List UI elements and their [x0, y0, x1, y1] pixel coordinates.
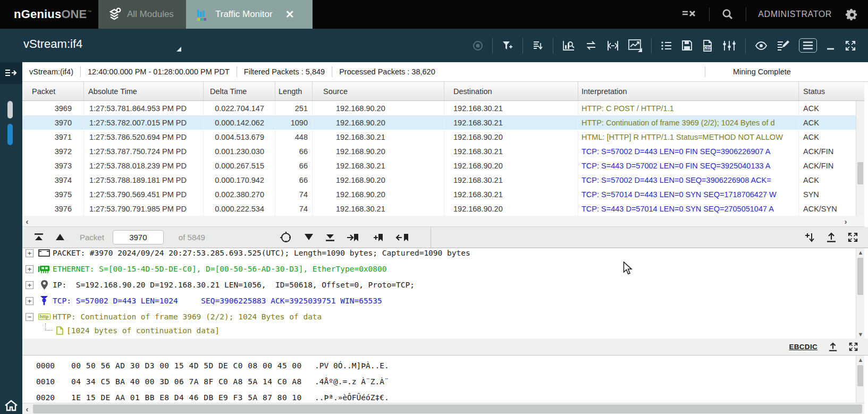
divider	[651, 38, 652, 54]
col-header-delta-time[interactable]: Delta Time	[204, 82, 275, 100]
column-compare-icon[interactable]	[606, 40, 619, 52]
table-row[interactable]: 39751:27:53.790.569.451 PM PD0.002.380.2…	[22, 187, 856, 201]
table-row[interactable]: 39731:27:53.788.018.239 PM PD0.000.267.5…	[22, 158, 856, 173]
divider	[553, 38, 553, 54]
encoding-toggle-link[interactable]: EBCDIC	[789, 343, 818, 351]
hex-hscrollbar[interactable]: ‹	[22, 403, 864, 414]
scroll-up-icon[interactable]: ▲	[856, 248, 865, 257]
view-title[interactable]: vStream:if4	[23, 37, 82, 51]
prev-packet-icon[interactable]	[55, 234, 65, 241]
ethernet-icon	[38, 265, 50, 274]
table-row[interactable]: 39721:27:53.787.750.724 PM PD0.001.230.0…	[22, 144, 856, 158]
goto-mark-icon[interactable]	[347, 233, 359, 242]
hex-row[interactable]: 0000 00 50 56 AD 30 D3 00 15 4D 5D DE C0…	[22, 358, 856, 374]
close-icon[interactable]: ✕	[285, 8, 294, 21]
packet-number-input[interactable]	[113, 230, 164, 244]
collapse-minus-icon[interactable]: −	[26, 313, 33, 321]
sidebar-indicator-blue[interactable]	[7, 124, 13, 145]
tree-line-packet[interactable]: + PACKET: #3970 2024/09/24 20:27:53.285.…	[22, 248, 470, 261]
col-header-packet[interactable]: Packet	[22, 82, 84, 100]
line-chart-icon[interactable]	[628, 39, 642, 52]
packet-list-vscrollbar[interactable]	[856, 101, 864, 216]
hex-row[interactable]: 0020 1E 15 DE AA 01 BB E8 D4 46 DB E9 F3…	[22, 390, 856, 403]
col-header-interpretation[interactable]: Interpretation	[578, 82, 799, 100]
hex-row[interactable]: 0010 04 34 C5 BA 40 00 3D 06 7A 8F C0 A8…	[22, 374, 856, 390]
expand-plus-icon[interactable]: +	[26, 281, 33, 289]
chart-search-icon[interactable]	[562, 40, 576, 52]
search-icon[interactable]	[721, 8, 734, 21]
expand-plus-icon[interactable]: +	[26, 249, 33, 257]
user-name[interactable]: ADMINISTRATOR	[758, 10, 832, 19]
title-dropdown-caret-icon[interactable]	[176, 47, 181, 52]
table-row[interactable]: 39691:27:53.781.864.953 PM PD0.022.704.1…	[22, 101, 856, 115]
scroll-thumb[interactable]	[857, 162, 863, 184]
detail-vscrollbar[interactable]: ▲ ▼	[856, 248, 864, 339]
divider	[709, 7, 710, 21]
export-up-icon[interactable]	[828, 342, 838, 352]
tree-line-ip[interactable]: + IP: S=192.168.90.20 D=192.168.30.21 LE…	[22, 277, 415, 293]
table-row[interactable]: 39711:27:53.786.520.694 PM PD0.004.513.6…	[22, 130, 856, 144]
insert-rows-icon[interactable]	[804, 232, 815, 243]
expand-plus-icon[interactable]: +	[26, 297, 33, 305]
col-header-length[interactable]: Length	[275, 82, 313, 100]
list-view-icon[interactable]	[661, 40, 672, 51]
scroll-right-icon[interactable]: ›	[841, 216, 850, 227]
swap-columns-icon[interactable]	[585, 40, 597, 51]
view-eye-icon[interactable]	[755, 41, 768, 50]
scroll-thumb[interactable]	[33, 404, 862, 413]
table-row-selected[interactable]: 39701:27:53.782.007.015 PM PD0.000.142.0…	[22, 115, 856, 130]
scroll-up-icon[interactable]: ▲	[856, 356, 865, 364]
table-row[interactable]: 39741:27:53.788.189.181 PM PD0.000.170.9…	[22, 173, 856, 187]
divider	[745, 38, 746, 54]
column-sort-icon[interactable]	[532, 40, 544, 52]
tree-line-tcp[interactable]: + TCP: S=57002 D=443 LEN=1024 SEQ=390622…	[22, 293, 382, 309]
last-packet-icon[interactable]	[325, 233, 335, 241]
first-packet-icon[interactable]	[34, 233, 44, 241]
tab-traffic-monitor[interactable]: Traffic Monitor ✕	[186, 0, 313, 29]
scroll-left-icon[interactable]: ‹	[22, 216, 32, 227]
menu-selected-icon[interactable]	[799, 38, 817, 53]
session-list-close-icon[interactable]	[681, 9, 697, 20]
mining-status: Mining Complete	[705, 67, 798, 76]
col-header-source[interactable]: Source	[313, 82, 444, 100]
tree-line-ethernet[interactable]: + ETHERNET: S=[00-15-4D-5D-DE-C0], D=[00…	[22, 261, 387, 277]
edit-columns-icon[interactable]	[777, 40, 790, 52]
locate-packet-icon[interactable]	[280, 231, 292, 244]
hex-toolbar: EBCDIC	[22, 339, 868, 356]
modules-stack-icon	[108, 7, 122, 21]
packet-list-hscrollbar[interactable]: ‹ ›	[22, 216, 864, 227]
save-icon[interactable]	[681, 40, 693, 51]
tab-all-modules[interactable]: All Modules	[98, 0, 186, 29]
tcp-tap-icon	[38, 295, 50, 307]
hex-dump-pane: 0000 00 50 56 AD 30 D3 00 15 4D 5D DE C0…	[22, 356, 856, 403]
record-icon[interactable]	[473, 40, 483, 51]
table-row[interactable]: 39761:27:53.790.791.985 PM PD0.000.222.5…	[22, 201, 856, 216]
filter-icon[interactable]	[502, 40, 513, 52]
export-csv-icon[interactable]: CSV	[702, 40, 713, 52]
export-up-icon[interactable]	[826, 232, 837, 243]
fullscreen-icon[interactable]	[845, 40, 856, 52]
fullscreen-icon[interactable]	[848, 342, 858, 352]
settings-gear-icon[interactable]	[846, 8, 858, 21]
hex-vscrollbar[interactable]: ▲	[856, 356, 864, 403]
minimize-icon[interactable]	[826, 41, 836, 50]
scroll-thumb[interactable]	[857, 258, 863, 295]
add-mark-icon[interactable]	[371, 233, 384, 242]
scroll-thumb[interactable]	[857, 365, 863, 386]
sidebar-indicator-gray[interactable]	[7, 101, 13, 119]
fullscreen-icon[interactable]	[847, 232, 858, 243]
tree-line-http-data[interactable]: [1024 bytes of continuation data]	[38, 323, 220, 339]
expand-plus-icon[interactable]: +	[26, 265, 33, 273]
next-packet-icon[interactable]	[304, 234, 314, 241]
col-header-destination[interactable]: Destination	[444, 82, 578, 100]
expand-panel-icon[interactable]	[0, 62, 22, 84]
prev-mark-icon[interactable]	[395, 233, 409, 242]
col-header-absolute-time[interactable]: Absolute Time	[84, 82, 204, 100]
packet-label: Packet	[80, 233, 104, 242]
packet-table-header: Packet Absolute Time Delta Time Length S…	[22, 82, 864, 101]
scroll-down-icon[interactable]: ▼	[856, 330, 865, 339]
column-settings-icon[interactable]	[722, 40, 736, 52]
home-icon[interactable]	[4, 399, 19, 412]
col-header-status[interactable]: Status	[799, 82, 862, 100]
scroll-left-icon[interactable]: ‹	[22, 403, 32, 414]
